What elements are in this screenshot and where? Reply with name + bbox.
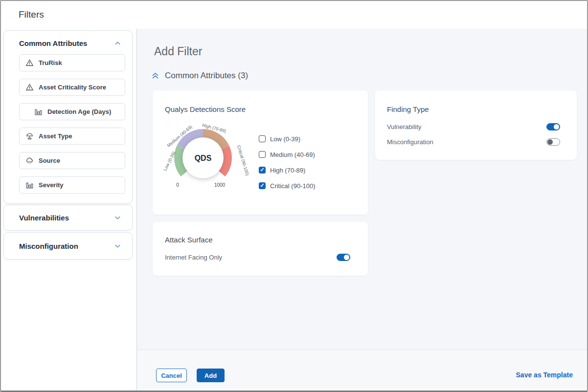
filters-dialog: Filters Common Attributes TruRisk (0, 0, 588, 392)
toggle-label: Vulnerability (387, 123, 421, 131)
sidebar-item-source[interactable]: Source (19, 152, 125, 169)
toggle-knob (547, 139, 553, 145)
collapse-double-chevron-up-icon[interactable] (152, 72, 159, 80)
page-title: Add Filter (154, 45, 202, 58)
sidebar-section-header-vulnerabilities[interactable]: Vulnerabilities (4, 205, 132, 230)
toggle-row-misconfiguration: Misconfiguration (387, 138, 560, 146)
qds-card: Qualys Detections Score QDS Low (0-39) M… (153, 90, 368, 215)
chevron-up-icon[interactable] (114, 40, 121, 47)
dialog-footer: Cancel Add Save as Template (137, 349, 587, 391)
qds-gauge-chart: QDS Low (0-39) Medium (40-69) High (70-8… (157, 121, 249, 194)
internet-facing-toggle[interactable] (337, 254, 350, 261)
checkbox-row-high[interactable]: High (70-89) (259, 167, 315, 174)
toggle-row-internet-facing: Internet Facing Only (165, 254, 350, 261)
bar-chart-icon (25, 181, 34, 189)
checkbox-label: Critical (90-100) (270, 182, 315, 190)
checkbox-critical[interactable] (259, 182, 266, 189)
attack-surface-card: Attack Surface Internet Facing Only (153, 222, 368, 276)
sidebar-section-label: Vulnerabilities (19, 214, 69, 222)
toggle-label: Internet Facing Only (165, 254, 222, 261)
attack-surface-card-title: Attack Surface (165, 236, 213, 244)
add-filter-panel: Add Filter Common Attributes (3) Qualys … (137, 29, 587, 391)
checkbox-label: Low (0-39) (270, 135, 300, 143)
sidebar-section-vulnerabilities: Vulnerabilities (3, 205, 133, 231)
gauge-axis-label-low: Low (0-39) (162, 151, 176, 172)
gauge-min-label: 0 (176, 182, 179, 188)
sidebar-item-label: Severity (39, 181, 64, 189)
dialog-header: Filters (1, 1, 587, 29)
sidebar-section-misconfiguration: Misconfiguration (3, 232, 133, 260)
sidebar-item-label: Asset Type (39, 132, 72, 140)
toggle-knob (554, 124, 559, 130)
add-button[interactable]: Add (197, 369, 225, 382)
chevron-down-icon[interactable] (114, 214, 121, 221)
save-as-template-link[interactable]: Save as Template (516, 371, 573, 379)
section-header-label: Common Attributes (3) (165, 71, 248, 81)
sidebar-item-asset-type[interactable]: Asset Type (19, 128, 125, 145)
sidebar-item-label: TruRisk (39, 59, 62, 66)
qds-card-title: Qualys Detections Score (165, 105, 246, 113)
sidebar-section-header-misconfiguration[interactable]: Misconfiguration (4, 233, 132, 259)
bar-chart-icon (34, 108, 43, 116)
gauge-max-label: 1000 (214, 182, 226, 188)
checkbox-label: Medium (40-69) (270, 151, 315, 158)
sidebar-item-asset-criticality-score[interactable]: Asset Criticality Score (19, 79, 125, 96)
sidebar-item-label: Detection Age (Days) (47, 108, 111, 115)
gauge-axis-label-critical: Critical (90-100) (236, 145, 249, 176)
asset-globe-icon (25, 132, 34, 140)
sidebar-item-severity[interactable]: Severity (19, 176, 125, 194)
toggle-row-vulnerability: Vulnerability (387, 123, 560, 131)
finding-type-card: Finding Type Vulnerability Misconfigurat… (375, 90, 577, 160)
sidebar-item-detection-age[interactable]: Detection Age (Days) (19, 103, 125, 120)
checkbox-low[interactable] (259, 135, 266, 142)
chevron-down-icon[interactable] (114, 242, 121, 250)
vulnerability-toggle[interactable] (546, 123, 560, 131)
sidebar-section-header-common-attributes[interactable]: Common Attributes (4, 31, 132, 54)
qds-options-list: Low (0-39) Medium (40-69) High (70-89) C… (259, 135, 315, 198)
filters-sidebar: Common Attributes TruRisk (1, 29, 137, 391)
checkbox-high[interactable] (259, 167, 266, 174)
warning-triangle-icon (25, 59, 34, 67)
sidebar-section-common-attributes: Common Attributes TruRisk (3, 30, 133, 204)
checkbox-label: High (70-89) (270, 167, 305, 174)
sidebar-section-label: Common Attributes (19, 39, 87, 47)
dialog-title: Filters (19, 9, 44, 20)
checkbox-row-critical[interactable]: Critical (90-100) (259, 182, 315, 189)
checkbox-medium[interactable] (259, 151, 266, 158)
toggle-label: Misconfiguration (387, 138, 433, 146)
gauge-center-label: QDS (195, 154, 212, 162)
toggle-knob (344, 255, 349, 260)
section-header-common-attributes[interactable]: Common Attributes (3) (152, 71, 248, 81)
checkbox-row-medium[interactable]: Medium (40-69) (259, 151, 315, 158)
misconfiguration-toggle[interactable] (546, 138, 560, 146)
sidebar-section-label: Misconfiguration (19, 242, 78, 250)
finding-type-card-title: Finding Type (387, 105, 429, 113)
sidebar-item-trurisk[interactable]: TruRisk (19, 54, 125, 71)
cloud-icon (25, 156, 34, 165)
warning-triangle-icon (25, 83, 34, 91)
sidebar-item-label: Source (39, 157, 60, 164)
cancel-button[interactable]: Cancel (156, 369, 187, 382)
checkbox-row-low[interactable]: Low (0-39) (259, 135, 315, 142)
sidebar-item-label: Asset Criticality Score (39, 84, 106, 91)
